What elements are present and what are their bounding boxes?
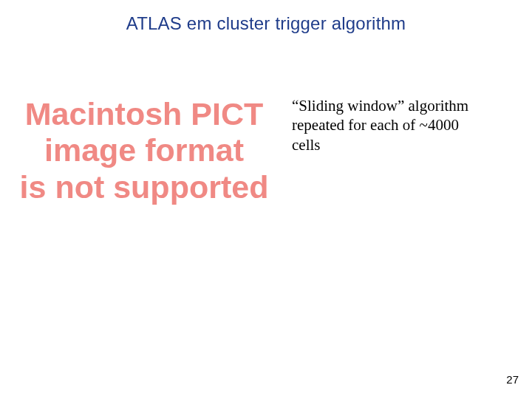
slide: ATLAS em cluster trigger algorithm Macin… xyxy=(0,0,532,399)
algorithm-caption: “Sliding window” algorithm repeated for … xyxy=(292,96,488,154)
pict-line-2: image format xyxy=(7,132,281,168)
page-number: 27 xyxy=(506,373,519,386)
page-title: ATLAS em cluster trigger algorithm xyxy=(0,13,532,34)
pict-placeholder: Macintosh PICT image format is not suppo… xyxy=(7,96,281,205)
pict-line-1: Macintosh PICT xyxy=(7,96,281,132)
pict-line-3: is not supported xyxy=(7,169,281,205)
